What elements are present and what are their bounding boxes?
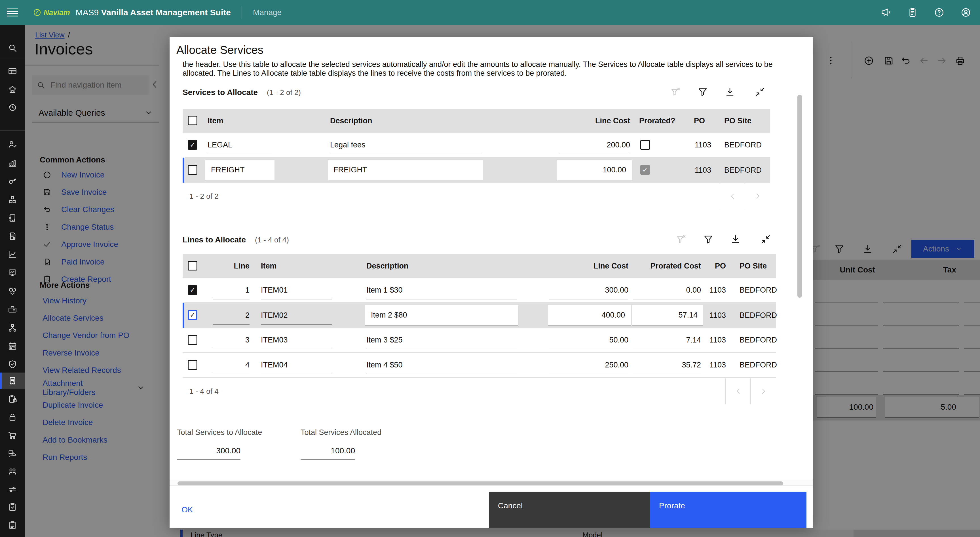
pagination-prev-button[interactable] (720, 183, 745, 209)
rail-item-honeycomb[interactable] (0, 283, 25, 299)
rail-item-sliders[interactable] (0, 481, 25, 498)
pagination-next-button[interactable] (745, 183, 770, 209)
prorated-checkbox[interactable] (640, 165, 650, 175)
ok-button[interactable]: OK (181, 492, 193, 528)
rail-item-book-sync[interactable] (0, 210, 25, 226)
lines-row-1[interactable]: 1ITEM01Item 1 $30300.000.001103BEDFORD (183, 278, 776, 303)
minimize-icon[interactable] (754, 86, 765, 97)
item-field-underline[interactable] (208, 154, 272, 154)
select-all-checkbox[interactable] (188, 116, 197, 126)
lines-row-4[interactable]: 4ITEM04Item 4 $50250.0035.721103BEDFORD (183, 353, 776, 378)
rail-item-service-bell[interactable] (0, 445, 25, 462)
rail-item-search[interactable] (0, 40, 25, 56)
line-cost-field-underline[interactable] (549, 299, 628, 299)
header-help-button[interactable] (934, 7, 945, 18)
prorate-button[interactable]: Prorate (650, 492, 807, 528)
rail-item-chart-line[interactable] (0, 246, 25, 262)
rail-item-clipboard-lock[interactable] (0, 391, 25, 407)
row-select-checkbox[interactable] (188, 310, 197, 320)
rail-item-user-follow[interactable] (0, 136, 25, 153)
rail-item-toolbox[interactable] (0, 301, 25, 318)
pagination-prev-button[interactable] (725, 378, 751, 404)
filter-reset-icon[interactable] (675, 234, 687, 245)
horizontal-scrollbar-thumb[interactable] (178, 481, 783, 485)
line-cost-input[interactable] (548, 305, 631, 326)
filter-icon[interactable] (697, 86, 708, 97)
rail-item-dashboard[interactable] (0, 63, 25, 79)
minimize-icon[interactable] (760, 234, 771, 245)
cancel-button[interactable]: Cancel (489, 492, 650, 528)
cell-line: 2 (245, 311, 250, 320)
header-cell: PO Site (724, 116, 751, 126)
clipboard-lock-icon (7, 394, 18, 404)
item-field-underline[interactable] (261, 324, 332, 325)
rail-item-devices[interactable] (0, 264, 25, 281)
rail-item-cubes[interactable] (0, 192, 25, 208)
rail-item-clipboard-note[interactable] (0, 517, 25, 534)
line-cost-field-underline[interactable] (559, 154, 630, 154)
rail-item-home[interactable] (0, 81, 25, 97)
prorated-cost-field-underline[interactable] (633, 374, 701, 374)
pagination-next-button[interactable] (750, 378, 776, 404)
dialog-description: the header. Use this table to allocate t… (183, 60, 777, 78)
lines-row-2[interactable]: 2ITEM021103BEDFORD (183, 303, 776, 328)
rail-item-people[interactable] (0, 463, 25, 480)
rail-item-network[interactable] (0, 320, 25, 336)
download-icon[interactable] (730, 234, 741, 245)
vertical-scrollbar-thumb[interactable] (797, 95, 802, 298)
prorated-cost-input[interactable] (632, 305, 703, 326)
description-field-underline[interactable] (366, 299, 517, 299)
services-row-1[interactable]: LEGALLegal fees200.001103BEDFORD (183, 133, 770, 158)
row-select-checkbox[interactable] (188, 335, 197, 345)
header-task-list-button[interactable] (907, 7, 918, 18)
rail-item-recent[interactable] (0, 99, 25, 116)
prorated-checkbox[interactable] (640, 140, 650, 150)
row-select-checkbox[interactable] (188, 165, 197, 175)
line-field-underline[interactable] (213, 349, 250, 349)
line-field-underline[interactable] (213, 374, 250, 374)
rail-item-lock[interactable] (0, 409, 25, 425)
rail-item-clipboard-check[interactable] (0, 499, 25, 515)
rail-item-doc-award[interactable] (0, 228, 25, 245)
chevron-right-icon (754, 192, 762, 200)
menu-icon[interactable] (7, 8, 18, 16)
row-select-checkbox[interactable] (188, 360, 197, 370)
prorated-cost-field-underline[interactable] (633, 349, 701, 349)
rail-item-cart[interactable] (0, 427, 25, 443)
rail-item-calendar[interactable] (0, 338, 25, 354)
row-select-checkbox[interactable] (188, 285, 197, 295)
item-field-underline[interactable] (261, 374, 332, 374)
header-cell: PO (715, 262, 726, 270)
line-field-underline[interactable] (213, 299, 250, 299)
select-all-checkbox[interactable] (188, 261, 197, 270)
lines-row-3[interactable]: 3ITEM03Item 3 $2550.007.141103BEDFORD (183, 328, 776, 353)
filter-icon[interactable] (703, 234, 714, 245)
description-field-underline[interactable] (366, 349, 517, 349)
description-field-underline[interactable] (366, 374, 517, 374)
cell-line: 3 (245, 336, 250, 345)
line-field-underline[interactable] (213, 324, 250, 325)
download-icon[interactable] (724, 86, 735, 97)
header-user-avatar-button[interactable] (960, 7, 972, 18)
calendar-icon (7, 341, 18, 351)
item-input[interactable] (205, 160, 275, 180)
row-select-checkbox[interactable] (188, 140, 197, 150)
prorated-cost-field-underline[interactable] (633, 299, 701, 299)
description-field-underline[interactable] (330, 154, 482, 154)
description-input[interactable] (365, 305, 519, 326)
line-cost-field-underline[interactable] (549, 349, 628, 349)
description-input[interactable] (328, 160, 483, 180)
item-field-underline[interactable] (261, 299, 332, 299)
line-cost-field-underline[interactable] (549, 374, 628, 374)
rail-item-chart-bar[interactable] (0, 155, 25, 171)
rail-item-key[interactable] (0, 173, 25, 189)
rail-item-receipt[interactable] (0, 373, 25, 389)
services-row-2[interactable]: 1103BEDFORD (183, 158, 770, 183)
item-field-underline[interactable] (261, 349, 332, 349)
total-label: Total Services to Allocate (177, 428, 262, 437)
nav-manage[interactable]: Manage (253, 8, 282, 17)
header-announcement-button[interactable] (880, 7, 891, 18)
rail-item-shield-check[interactable] (0, 356, 25, 373)
line-cost-input[interactable] (557, 160, 632, 180)
filter-reset-icon[interactable] (670, 86, 681, 97)
